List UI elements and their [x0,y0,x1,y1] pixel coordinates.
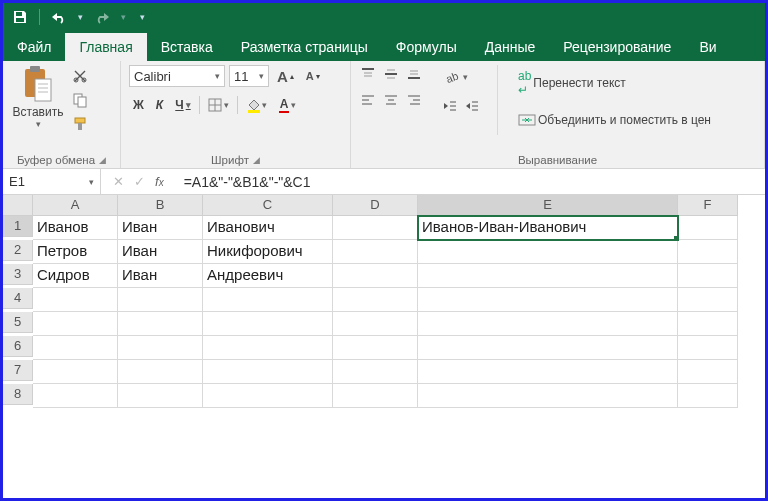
cell-D2[interactable] [333,240,418,264]
col-header-E[interactable]: E [418,195,678,216]
cell-B3[interactable]: Иван [118,264,203,288]
col-header-C[interactable]: C [203,195,333,216]
cell-D3[interactable] [333,264,418,288]
wrap-text-button[interactable]: ab↵ Перенести текст [514,67,715,99]
cell-C5[interactable] [203,312,333,336]
name-box[interactable]: E1 ▾ [3,169,101,194]
font-color-button[interactable]: A ▾ [275,95,301,115]
fill-color-button[interactable]: ▾ [242,96,271,115]
grow-font-button[interactable]: A▴ [273,66,298,87]
tab-home[interactable]: Главная [65,33,146,61]
cell-E8[interactable] [418,384,678,408]
select-all-corner[interactable] [3,195,33,216]
underline-button[interactable]: Ч▾ [171,96,194,114]
undo-dropdown-icon[interactable]: ▾ [78,12,83,22]
paste-button[interactable]: Вставить ▾ [11,65,65,129]
row-header-1[interactable]: 1 [3,216,33,237]
row-header-2[interactable]: 2 [3,240,33,261]
cell-B2[interactable]: Иван [118,240,203,264]
tab-insert[interactable]: Вставка [147,33,227,61]
save-icon[interactable] [11,8,29,26]
row-header-7[interactable]: 7 [3,360,33,381]
cell-D1[interactable] [333,216,418,240]
font-launcher-icon[interactable]: ◢ [253,155,260,165]
cell-B5[interactable] [118,312,203,336]
col-header-F[interactable]: F [678,195,738,216]
orientation-button[interactable]: ab ▾ [441,67,481,87]
cell-A3[interactable]: Сидров [33,264,118,288]
cell-A5[interactable] [33,312,118,336]
worksheet-grid[interactable]: A B C D E F 1 Иванов Иван Иванович Ивано… [3,195,765,408]
undo-icon[interactable] [50,8,68,26]
cell-D5[interactable] [333,312,418,336]
font-name-combo[interactable]: Calibri ▾ [129,65,225,87]
cell-C1[interactable]: Иванович [203,216,333,240]
decrease-indent-icon[interactable] [441,97,459,115]
merge-center-button[interactable]: Объединить и поместить в цен [514,111,715,129]
fx-icon[interactable]: fx [155,174,164,189]
cell-B1[interactable]: Иван [118,216,203,240]
bold-button[interactable]: Ж [129,96,148,114]
align-center-icon[interactable] [382,91,400,109]
tab-view[interactable]: Ви [685,33,730,61]
tab-file[interactable]: Файл [3,33,65,61]
row-header-3[interactable]: 3 [3,264,33,285]
cell-F3[interactable] [678,264,738,288]
cell-F8[interactable] [678,384,738,408]
cell-A6[interactable] [33,336,118,360]
borders-button[interactable]: ▾ [204,96,233,114]
cut-icon[interactable] [71,67,89,85]
cell-E3[interactable] [418,264,678,288]
cell-C6[interactable] [203,336,333,360]
cell-D8[interactable] [333,384,418,408]
redo-dropdown-icon[interactable]: ▾ [121,12,126,22]
cell-E2[interactable] [418,240,678,264]
cell-C8[interactable] [203,384,333,408]
cell-C4[interactable] [203,288,333,312]
font-size-combo[interactable]: 11 ▾ [229,65,269,87]
cell-D6[interactable] [333,336,418,360]
cell-B6[interactable] [118,336,203,360]
cell-B4[interactable] [118,288,203,312]
row-header-5[interactable]: 5 [3,312,33,333]
row-header-8[interactable]: 8 [3,384,33,405]
cancel-formula-icon[interactable]: ✕ [113,174,124,189]
cell-B7[interactable] [118,360,203,384]
cell-E6[interactable] [418,336,678,360]
format-painter-icon[interactable] [71,115,89,133]
formula-input[interactable]: =A1&"-"&B1&"-"&C1 [176,174,765,190]
cell-F1[interactable] [678,216,738,240]
qat-customize-icon[interactable]: ▾ [140,12,145,22]
cell-B8[interactable] [118,384,203,408]
copy-icon[interactable] [71,91,89,109]
align-left-icon[interactable] [359,91,377,109]
tab-layout[interactable]: Разметка страницы [227,33,382,61]
shrink-font-button[interactable]: A▾ [302,68,324,84]
tab-formulas[interactable]: Формулы [382,33,471,61]
cell-F5[interactable] [678,312,738,336]
tab-review[interactable]: Рецензирование [549,33,685,61]
cell-A4[interactable] [33,288,118,312]
cell-D4[interactable] [333,288,418,312]
italic-button[interactable]: К [152,96,167,114]
cell-C2[interactable]: Никифорович [203,240,333,264]
align-top-icon[interactable] [359,65,377,83]
col-header-B[interactable]: B [118,195,203,216]
cell-A1[interactable]: Иванов [33,216,118,240]
cell-F7[interactable] [678,360,738,384]
cell-C3[interactable]: Андреевич [203,264,333,288]
cell-A8[interactable] [33,384,118,408]
row-header-6[interactable]: 6 [3,336,33,357]
cell-A2[interactable]: Петров [33,240,118,264]
cell-E4[interactable] [418,288,678,312]
cell-F4[interactable] [678,288,738,312]
cell-D7[interactable] [333,360,418,384]
redo-icon[interactable] [93,8,111,26]
cell-F6[interactable] [678,336,738,360]
cell-C7[interactable] [203,360,333,384]
increase-indent-icon[interactable] [463,97,481,115]
cell-E1[interactable]: Иванов-Иван-Иванович [418,216,678,240]
align-middle-icon[interactable] [382,65,400,83]
clipboard-launcher-icon[interactable]: ◢ [99,155,106,165]
cell-E7[interactable] [418,360,678,384]
